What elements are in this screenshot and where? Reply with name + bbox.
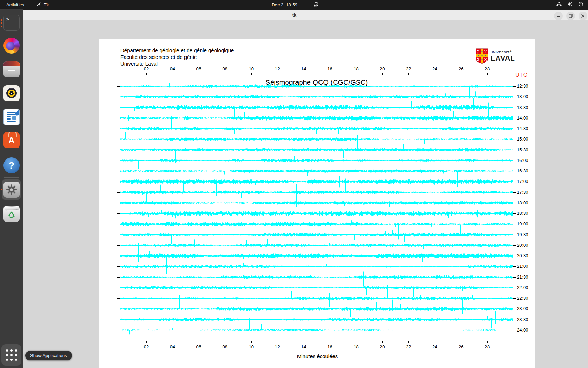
row-tick-left bbox=[117, 203, 120, 203]
power-icon bbox=[578, 1, 584, 8]
row-tick-left bbox=[117, 108, 120, 108]
running-indicator-dot bbox=[1, 22, 2, 24]
close-button[interactable] bbox=[579, 12, 587, 20]
x-tick-label-top: 18 bbox=[354, 66, 358, 71]
show-applications-button[interactable] bbox=[1, 344, 21, 366]
utc-time-label: 22:00 bbox=[517, 285, 528, 290]
app-grid-icon bbox=[6, 349, 17, 361]
x-tick-mark-top bbox=[225, 73, 225, 75]
terminal-icon: >_ bbox=[4, 15, 20, 31]
dock-item-firefox[interactable] bbox=[4, 38, 20, 54]
running-indicator-dot bbox=[1, 189, 2, 190]
x-tick-mark-bottom bbox=[435, 341, 435, 343]
system-status-area[interactable] bbox=[556, 0, 585, 9]
row-tick-left bbox=[117, 224, 120, 224]
row-tick-right bbox=[513, 320, 516, 320]
utc-time-label: 18:30 bbox=[517, 211, 528, 216]
row-tick-left bbox=[117, 266, 120, 267]
gear-icon bbox=[4, 182, 20, 198]
x-tick-mark-bottom bbox=[199, 341, 199, 343]
tooltip: Show Applications bbox=[25, 351, 72, 360]
row-tick-right bbox=[513, 192, 516, 193]
dock-item-settings[interactable] bbox=[4, 182, 20, 198]
dock-item-libreoffice-writer[interactable] bbox=[4, 109, 20, 125]
x-tick-label-bottom: 14 bbox=[301, 344, 306, 349]
x-tick-mark-bottom bbox=[330, 341, 330, 343]
seismograph-canvas: Département de géologie et de génie géol… bbox=[99, 39, 536, 368]
x-tick-label-top: 28 bbox=[485, 66, 490, 71]
row-tick-right bbox=[513, 171, 516, 171]
x-tick-label-bottom: 26 bbox=[458, 344, 463, 349]
x-tick-mark-top bbox=[304, 73, 304, 75]
row-tick-right bbox=[513, 118, 516, 118]
utc-time-label: 20:30 bbox=[517, 253, 528, 258]
x-tick-label-top: 22 bbox=[406, 66, 411, 71]
x-tick-label-bottom: 16 bbox=[327, 344, 332, 349]
x-tick-label-top: 12 bbox=[275, 66, 280, 71]
row-tick-left bbox=[117, 161, 120, 161]
firefox-icon bbox=[4, 38, 20, 54]
dock-item-terminal[interactable]: >_ bbox=[4, 15, 20, 31]
clock-menu[interactable]: Dec 2 18:59 bbox=[257, 0, 313, 9]
window-title: tk bbox=[272, 10, 317, 20]
x-tick-label-top: 02 bbox=[144, 66, 149, 71]
row-tick-right bbox=[513, 108, 516, 108]
utc-time-label: 21:00 bbox=[517, 264, 528, 269]
utc-label: UTC bbox=[515, 71, 527, 79]
header-line-2: Faculté des sciences et de génie bbox=[120, 54, 234, 60]
x-tick-label-top: 14 bbox=[301, 66, 306, 71]
row-tick-right bbox=[513, 161, 516, 161]
utc-time-label: 22:30 bbox=[517, 295, 528, 301]
x-tick-label-bottom: 20 bbox=[380, 344, 385, 349]
network-wired-icon bbox=[556, 1, 562, 8]
minimize-button[interactable] bbox=[554, 12, 563, 20]
x-tick-label-bottom: 22 bbox=[406, 344, 411, 349]
row-tick-right bbox=[513, 97, 516, 97]
x-tick-mark-top bbox=[278, 73, 278, 75]
x-tick-mark-bottom bbox=[251, 341, 252, 343]
dock-item-files[interactable] bbox=[4, 61, 20, 77]
row-tick-right bbox=[513, 139, 516, 139]
x-tick-mark-bottom bbox=[487, 341, 488, 343]
ubuntu-software-icon: A bbox=[4, 132, 20, 148]
maximize-button[interactable] bbox=[566, 12, 575, 20]
dock-item-rhythmbox[interactable] bbox=[4, 85, 20, 101]
row-tick-right bbox=[513, 298, 516, 299]
utc-time-label: 20:00 bbox=[517, 243, 528, 248]
focused-app-menu[interactable]: Tk bbox=[36, 0, 49, 9]
row-tick-left bbox=[117, 277, 120, 278]
x-tick-label-bottom: 06 bbox=[196, 344, 201, 349]
utc-time-label: 16:30 bbox=[517, 168, 528, 173]
utc-time-label: 17:00 bbox=[517, 179, 528, 184]
row-tick-left bbox=[117, 171, 120, 171]
x-axis-label: Minutes écoulées bbox=[297, 353, 338, 359]
row-tick-right bbox=[513, 288, 516, 288]
utc-time-label: 21:30 bbox=[517, 274, 528, 280]
row-tick-right bbox=[513, 245, 516, 246]
x-tick-mark-bottom bbox=[146, 341, 147, 343]
laval-wordmark: UNIVERSITÉ LAVAL bbox=[491, 48, 515, 62]
x-tick-mark-top bbox=[382, 73, 383, 75]
seismogram-traces bbox=[120, 75, 513, 341]
row-tick-right bbox=[513, 309, 516, 309]
x-tick-mark-top bbox=[487, 73, 488, 75]
x-tick-mark-bottom bbox=[225, 341, 225, 343]
utc-time-label: 19:00 bbox=[517, 221, 528, 226]
activities-button[interactable]: Activities bbox=[4, 0, 27, 9]
row-tick-left bbox=[117, 86, 120, 87]
x-tick-mark-bottom bbox=[304, 341, 304, 343]
dock-item-ubuntu-software[interactable]: A bbox=[4, 132, 20, 148]
x-tick-mark-bottom bbox=[278, 341, 278, 343]
x-tick-label-top: 16 bbox=[327, 66, 332, 71]
dock-item-trash[interactable] bbox=[4, 206, 20, 222]
running-indicator-dot bbox=[1, 26, 2, 27]
header-line-3: Université Laval bbox=[120, 60, 234, 67]
row-tick-left bbox=[117, 213, 120, 214]
row-tick-left bbox=[117, 288, 120, 288]
row-tick-right bbox=[513, 224, 516, 224]
dock-item-help[interactable]: ? bbox=[4, 157, 20, 173]
utc-time-label: 17:30 bbox=[517, 190, 528, 195]
window-titlebar[interactable]: tk bbox=[23, 10, 588, 20]
row-tick-left bbox=[117, 330, 120, 330]
row-tick-left bbox=[117, 182, 120, 182]
